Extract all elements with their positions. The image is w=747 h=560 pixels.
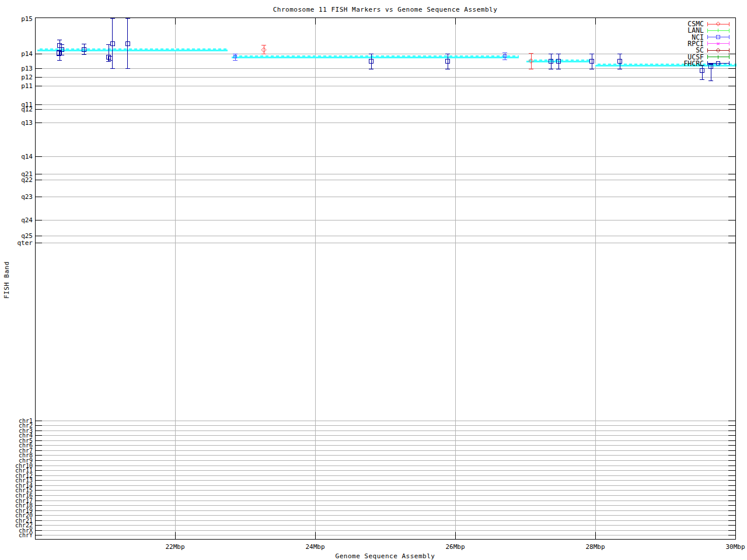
y-tick-label: q13 xyxy=(21,119,33,127)
y-tick-label: q23 xyxy=(21,193,33,201)
x-tick-label: 28Mbp xyxy=(585,543,605,551)
y-tick-label: q24 xyxy=(21,216,33,224)
y-tick-label: p15 xyxy=(21,15,33,23)
legend-label-fhcrc: FHCRC xyxy=(683,60,704,68)
x-tick-label: 26Mbp xyxy=(445,543,465,551)
y-tick-label: p14 xyxy=(21,50,33,58)
plot-canvas: 22Mbp24Mbp26Mbp28Mbp30Mbpp15p14p13p12p11… xyxy=(0,0,747,560)
y-tick-label: q22 xyxy=(21,176,33,184)
y-tick-label: q14 xyxy=(21,153,33,160)
y-tick-label: q12 xyxy=(21,106,33,113)
x-tick-label: 24Mbp xyxy=(305,543,324,551)
y-tick-label: qter xyxy=(18,239,33,247)
y-tick-label: p11 xyxy=(21,82,33,90)
x-tick-label: 22Mbp xyxy=(165,543,184,551)
y-tick-label: p12 xyxy=(21,74,33,81)
y-tick-label: p13 xyxy=(21,65,33,72)
x-tick-label: 30Mbp xyxy=(725,543,745,551)
fish-marker-chart: Chromosome 11 FISH Markers vs Genome Seq… xyxy=(0,0,747,560)
chr-tick-label: chrY xyxy=(19,532,33,538)
